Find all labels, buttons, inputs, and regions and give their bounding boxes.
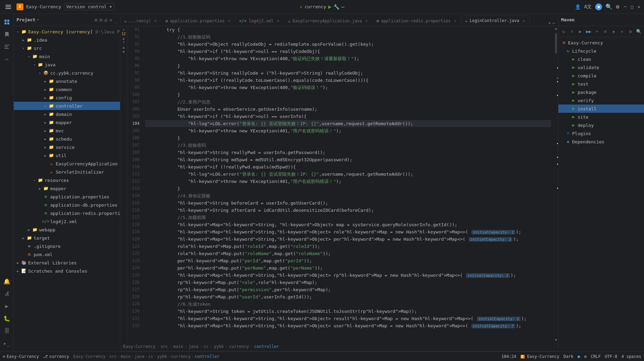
maven-goal-install[interactable]: ▶ install [558, 105, 644, 113]
tab-close-button[interactable]: ✕ [227, 19, 231, 23]
status-theme[interactable]: Dark [564, 354, 574, 359]
table-row[interactable]: "hl-keyword">if ("hl-keyword">null == us… [145, 113, 551, 120]
tab-log4j2[interactable]: </> log4j2.xml ✕ [235, 15, 284, 26]
table-row[interactable]: //4.身份证脱敏 [145, 192, 551, 199]
maven-skip-test-icon[interactable]: ⊘ [601, 28, 609, 36]
list-item[interactable]: ▶ ⊙ .gitignore [14, 242, 120, 250]
tab-redis-properties[interactable]: ⚙ application-redis.properties ✕ [373, 15, 461, 26]
bc-yybk[interactable]: yybk [157, 354, 167, 359]
breadcrumb-item-7[interactable]: controller [254, 344, 279, 349]
maven-plugins-section[interactable]: ⚡ Plugins [558, 129, 644, 138]
maximize-button[interactable]: □ [630, 4, 634, 9]
list-item[interactable]: ▶ ☕ ServletInitializer [14, 168, 120, 176]
list-item[interactable]: ▶ 📁 util [14, 151, 120, 160]
maven-refresh-icon[interactable]: ↻ [560, 28, 567, 36]
list-item[interactable]: ▶ 📁 mvc [14, 127, 120, 135]
table-row[interactable]: rp"hl-keyword">Map.put("permission",per"… [145, 286, 551, 293]
list-item[interactable]: ▶ 📁 service [14, 143, 120, 151]
list-item[interactable]: ▶ 📁 domain [14, 110, 120, 118]
status-line-sep[interactable]: CRLF [591, 354, 601, 359]
table-row[interactable]: "hl-keyword">Map<"hl-keyword">String,"hl… [145, 236, 551, 243]
list-item[interactable]: ▶ 📁 schedu [14, 135, 120, 143]
table-row[interactable]: "hl-keyword">String reallyCode = ("hl-ke… [145, 69, 551, 77]
bc-src[interactable]: src [109, 354, 117, 359]
breadcrumb-item-3[interactable]: java [188, 344, 198, 349]
table-row[interactable]: } [145, 91, 551, 98]
scroll-up-arrow[interactable]: ▲ [554, 26, 558, 30]
list-item[interactable]: ▶ 📁 controller [14, 102, 120, 110]
tab-login-controller[interactable]: ☕ LoginController.java ✕ [461, 15, 530, 26]
status-encoding[interactable]: UTF-8 [605, 354, 617, 359]
sidebar-item-project[interactable] [1, 17, 12, 28]
maven-goal-clean[interactable]: ▶ clean [558, 55, 644, 63]
breadcrumb-item-2[interactable]: main [173, 344, 183, 349]
breadcrumb-item-0[interactable]: Easy-Currency [123, 344, 155, 349]
sidebar-item-bookmark[interactable] [1, 29, 12, 40]
list-item[interactable]: ▾ 📁 java [14, 61, 120, 69]
list-item[interactable]: ▶ ⚙ application-redis.properties [14, 209, 120, 217]
status-project[interactable]: ⊙ Easy-Currency [3, 354, 39, 359]
list-item[interactable]: ▶ 📁 mapper [14, 184, 120, 193]
bc-java[interactable]: java [134, 354, 144, 359]
list-item[interactable]: ▶ 📁 annotate [14, 77, 120, 85]
table-row[interactable]: "hl-log">LOG.error("登录名: {} 尝试登陆失败！IP: {… [145, 171, 551, 178]
status-git[interactable]: ⎇ currency [43, 354, 69, 359]
maven-run-icon[interactable]: ▶ [577, 28, 584, 36]
list-item[interactable]: ▶ ☕ EasyCurrencyApplication [14, 160, 120, 168]
maven-goal-test[interactable]: ▶ test [558, 80, 644, 88]
list-item-scratches[interactable]: ▶ 📝 Scratches and Consoles [14, 267, 120, 275]
bc-controller[interactable]: controller [195, 354, 219, 359]
table-row[interactable]: "hl-keyword">throw new YException(400,"验… [145, 84, 551, 91]
minimize-button[interactable]: ─ [623, 4, 627, 9]
table-row[interactable]: "hl-keyword">String afterCard = idCardUt… [145, 207, 551, 214]
settings-gear-icon[interactable]: ⚙ [616, 3, 619, 10]
table-row[interactable]: } [145, 185, 551, 192]
maven-root-item[interactable]: m Easy-Currency [558, 39, 644, 47]
sidebar-item-run[interactable]: ▶ [1, 300, 12, 311]
editor-scrollbar[interactable]: ▲ ▼ [554, 26, 558, 342]
sidebar-item-terminal[interactable]: ▸_ [1, 338, 12, 349]
table-row[interactable]: } [145, 134, 551, 142]
code-content[interactable]: try { //1.校验验证码 "hl-keyword">Object real… [142, 26, 554, 342]
locate-icon[interactable]: ◎ [105, 17, 107, 23]
maven-exec-icon[interactable]: ▶▶ [585, 28, 592, 36]
run-settings-icon[interactable]: 🔧 [334, 4, 339, 10]
maven-add-icon[interactable]: + [593, 28, 601, 36]
table-row[interactable]: role"hl-keyword">Map.put("roleName",map.… [145, 250, 551, 257]
breadcrumb-item-5[interactable]: yybk [214, 344, 224, 349]
tab-close-button[interactable]: ✕ [275, 19, 280, 23]
breadcrumb-item-6[interactable]: currency [229, 344, 249, 349]
table-row[interactable]: "hl-keyword">Map<"hl-keyword">String,"hl… [145, 228, 551, 236]
table-row[interactable]: "hl-keyword">Map<"hl-keyword">String,"hl… [145, 272, 551, 279]
scroll-down-arrow[interactable]: ▼ [554, 338, 558, 342]
maven-close-icon[interactable]: ✕ [618, 28, 626, 36]
table-row[interactable]: per"hl-keyword">Map.put("perId",map.get(… [145, 257, 551, 264]
maven-download-icon[interactable]: ⬇ [568, 28, 576, 36]
maven-dependencies-section[interactable]: ◈ Dependencies [558, 138, 644, 146]
table-row[interactable]: "hl-keyword">String beforeCard = userInf… [145, 199, 551, 207]
table-row[interactable]: "hl-keyword">if (!reallyPwd.equals(md5pw… [145, 163, 551, 171]
close-panel-icon[interactable]: ✕ [109, 17, 112, 23]
table-row[interactable]: "hl-keyword">String md5pwd = md5Util.md5… [145, 156, 551, 163]
account-icon[interactable]: 👤 [575, 4, 581, 10]
table-row[interactable]: "hl-keyword">if (!reallyCode.toLowerCase… [145, 77, 551, 84]
tab-close-button[interactable]: ✕ [521, 18, 526, 23]
maven-goal-validate[interactable]: ▶ validate [558, 63, 644, 72]
tab-close-button[interactable]: ✕ [364, 19, 369, 23]
sidebar-item-git[interactable] [1, 288, 12, 299]
maven-search-icon[interactable]: 🔍 [635, 28, 643, 36]
down-nav-icon[interactable]: ▼ [122, 50, 124, 54]
table-row[interactable]: rp"hl-keyword">Map.put("userId",userInfo… [145, 293, 551, 300]
list-item[interactable]: ▾ 📦 cc.yybk.currency [14, 69, 120, 77]
bc-cc[interactable]: cc [148, 354, 153, 359]
tab-rency[interactable]: ☕ ...rency) ✕ [120, 15, 162, 26]
table-row[interactable]: //1.校验验证码 [145, 33, 551, 41]
run-more-icon[interactable]: ⋯ [341, 4, 344, 10]
close-button[interactable]: ✕ [636, 4, 641, 9]
maven-goal-package[interactable]: ▶ package [558, 88, 644, 96]
project-dropdown-arrow[interactable]: ▾ [37, 18, 39, 22]
table-row[interactable]: "hl-keyword">Object reallyCodeObj = redi… [145, 41, 551, 48]
table-row[interactable]: per"hl-keyword">Map.put("perName",map.ge… [145, 264, 551, 272]
status-position[interactable]: 104:24 [501, 354, 516, 359]
warning-count-badge[interactable]: ⚠ [122, 28, 124, 31]
